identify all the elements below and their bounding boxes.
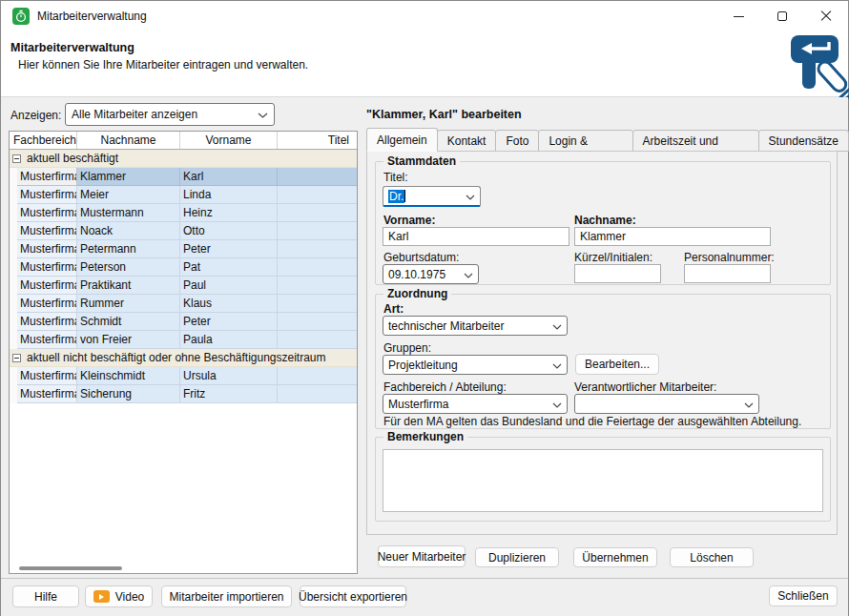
minimize-button[interactable] [716,1,760,31]
chevron-down-icon [466,195,475,200]
table-row[interactable]: MusterfirmaMeierLinda [10,186,357,204]
cell-vorname: Karl [180,168,278,186]
cell-fachbereich: Musterfirma [17,295,77,313]
gruppen-dropdown[interactable]: Projektleitung [383,355,568,375]
column-header-vorname[interactable]: Vorname [180,132,278,149]
cell-fachbereich: Musterfirma [17,204,77,222]
row-gutter [10,313,17,331]
column-header-fachbereich[interactable]: Fachbereich [10,132,77,149]
cell-fachbereich: Musterfirma [17,385,77,403]
table-row[interactable]: MusterfirmaPraktikantPaul [10,277,357,295]
uebersicht-exportieren-button[interactable]: Übersicht exportieren [300,585,406,607]
personalnummer-label: Personalnummer: [684,251,775,264]
cell-nachname: Meier [77,186,180,204]
art-label: Art: [383,302,404,316]
cell-vorname: Klaus [180,295,278,313]
row-gutter [10,367,17,385]
groupbox-bemerkungen-legend: Bemerkungen [383,430,467,443]
video-button[interactable]: Video [85,585,153,607]
art-dropdown[interactable]: technischer Mitarbeiter [383,316,568,336]
kuerzel-field[interactable] [574,264,661,283]
mitarbeiter-importieren-button[interactable]: Mitarbeiter importieren [161,585,292,607]
verantwortlicher-label: Verantwortlicher Mitarbeiter: [574,380,716,394]
cell-fachbereich: Musterfirma [17,168,77,186]
titel-dropdown[interactable]: Dr. [383,186,481,207]
page-subtitle: Hier können Sie Ihre Mitarbeiter eintrag… [18,58,308,72]
group-row[interactable]: aktuell nicht beschäftigt oder ohne Besc… [10,349,357,367]
group-row[interactable]: aktuell beschäftigt [10,150,357,168]
tab-panel-allgemein: Stammdaten Titel: Dr. Vorname: Nachname:… [366,151,838,535]
chevron-down-icon [744,402,754,408]
collapse-icon[interactable] [12,354,21,362]
column-header-nachname[interactable]: Nachname [77,132,180,149]
tab-foto[interactable]: Foto [495,130,539,152]
table-row[interactable]: MusterfirmaMustermannHeinz [10,204,357,222]
geburtsdatum-dropdown[interactable]: 09.10.1975 [383,264,479,284]
collapse-icon[interactable] [12,154,21,163]
cell-nachname: Mustermann [77,204,180,222]
cell-fachbereich: Musterfirma [17,367,77,385]
cell-fachbereich: Musterfirma [17,331,77,349]
cell-nachname: Sicherung [77,385,180,403]
gruppen-value: Projektleitung [388,359,458,372]
employee-filter-dropdown[interactable]: Alle Mitarbeiter anzeigen [65,103,275,126]
loeschen-button[interactable]: Löschen [670,547,754,567]
window-title: Mitarbeiterverwaltung [37,10,147,23]
maximize-button[interactable] [760,1,804,31]
table-row[interactable]: Musterfirmavon FreierPaula [10,331,357,349]
close-button[interactable] [804,1,848,31]
cell-titel [278,222,357,240]
table-row[interactable]: MusterfirmaSchmidtPeter [10,313,357,331]
fachbereich-value: Musterfirma [388,398,448,411]
title-bar: Mitarbeiterverwaltung [1,1,848,31]
cell-titel [278,295,357,313]
cell-vorname: Paul [180,277,278,295]
video-button-label: Video [115,590,144,604]
table-row[interactable]: MusterfirmaNoackOtto [10,222,357,240]
neuer-mitarbeiter-button[interactable]: Neuer Mitarbeiter [378,545,466,567]
table-row[interactable]: MusterfirmaSicherungFritz [10,385,357,403]
row-gutter [10,186,17,204]
chevron-down-icon [552,363,562,369]
duplizieren-button[interactable]: Duplizieren [475,547,559,567]
cell-titel [278,385,357,403]
table-row[interactable]: MusterfirmaKlammerKarl [10,168,357,186]
fachbereich-dropdown[interactable]: Musterfirma [383,394,568,414]
tab-kontakt[interactable]: Kontakt [437,130,497,152]
row-gutter [10,168,17,186]
nachname-field[interactable]: Klammer [574,227,771,246]
verantwortlicher-dropdown[interactable] [574,394,759,414]
gruppen-bearbeiten-button[interactable]: Bearbeiten... [575,354,659,375]
main-area: Anzeigen: Alle Mitarbeiter anzeigen Fach… [1,97,848,578]
group-label: aktuell beschäftigt [27,152,118,165]
table-row[interactable]: MusterfirmaKleinschmidtUrsula [10,367,357,385]
titel-label: Titel: [383,171,408,184]
cell-fachbereich: Musterfirma [17,186,77,204]
table-row[interactable]: MusterfirmaPetersonPat [10,258,357,277]
chevron-down-icon [464,273,473,278]
hilfe-button[interactable]: Hilfe [12,585,79,607]
uebernehmen-button[interactable]: Übernehmen [573,547,657,567]
tab-arbeitszeit-urlaub[interactable]: Arbeitszeit und Urlaub [632,130,759,152]
minimize-icon [734,16,744,17]
table-row[interactable]: MusterfirmaPetermannPeter [10,240,357,258]
cell-vorname: Peter [180,313,278,331]
table-row[interactable]: MusterfirmaRummerKlaus [10,295,357,313]
cell-nachname: Peterson [77,258,180,277]
cell-titel [278,168,357,186]
cell-nachname: Kleinschmidt [77,367,180,385]
tab-stundensaetze[interactable]: Stundensätze [758,130,849,152]
horizontal-scrollbar[interactable] [19,566,122,570]
enter-key-icon [789,33,849,98]
tab-login-rechte[interactable]: Login & Rechte [538,130,632,152]
column-header-titel[interactable]: Titel [278,132,357,149]
chevron-down-icon [258,113,268,118]
cell-titel [278,258,357,277]
schliessen-button[interactable]: Schließen [769,585,838,606]
cell-nachname: Schmidt [77,313,180,331]
tab-allgemein[interactable]: Allgemein [366,128,438,152]
groupbox-stammdaten: Stammdaten Titel: Dr. Vorname: Nachname:… [375,161,831,285]
vorname-field[interactable]: Karl [383,227,569,246]
personalnummer-field[interactable] [684,264,771,283]
bemerkungen-textarea[interactable] [383,449,823,512]
